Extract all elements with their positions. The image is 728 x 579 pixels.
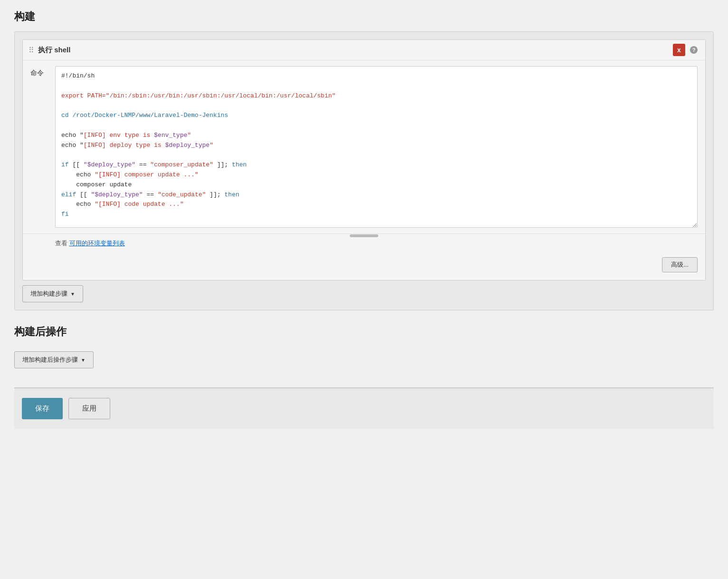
apply-button[interactable]: 应用 xyxy=(68,398,110,419)
save-section: 保存 应用 xyxy=(14,387,714,429)
build-section: ⠿ 执行 shell x ? 命令 #!/bin/sh export PATH=… xyxy=(14,31,714,310)
command-label: 命令 xyxy=(30,66,48,77)
svg-text:?: ? xyxy=(692,47,696,53)
add-build-step-row: 增加构建步骤 ▼ xyxy=(22,280,706,302)
close-button[interactable]: x xyxy=(673,44,685,56)
post-build-section: 构建后操作 增加构建后操作步骤 ▼ xyxy=(14,325,714,368)
code-editor[interactable]: #!/bin/sh export PATH="/bin:/sbin:/usr/b… xyxy=(55,66,698,228)
advanced-button[interactable]: 高级... xyxy=(662,257,698,272)
build-section-title: 构建 xyxy=(14,10,714,24)
add-post-build-step-button[interactable]: 增加构建后操作步骤 ▼ xyxy=(14,351,94,368)
shell-header: ⠿ 执行 shell x ? xyxy=(23,40,705,60)
page-container: 构建 ⠿ 执行 shell x ? xyxy=(0,0,728,579)
env-link[interactable]: 可用的环境变量列表 xyxy=(69,240,125,247)
scrollbar-area xyxy=(23,233,705,237)
save-button[interactable]: 保存 xyxy=(22,398,63,419)
dropdown-arrow-icon: ▼ xyxy=(70,291,75,297)
drag-handle-icon[interactable]: ⠿ xyxy=(29,46,34,55)
question-icon: ? xyxy=(690,46,698,54)
add-post-build-step-label: 增加构建后操作步骤 xyxy=(22,356,78,364)
help-button[interactable]: ? xyxy=(688,44,699,56)
add-build-step-button[interactable]: 增加构建步骤 ▼ xyxy=(22,285,83,302)
shell-header-right: x ? xyxy=(673,44,699,56)
shell-title: 执行 shell xyxy=(38,46,70,55)
shell-header-left: ⠿ 执行 shell xyxy=(29,46,70,55)
scrollbar-thumb xyxy=(350,234,378,237)
env-link-prefix: 查看 xyxy=(55,240,69,247)
shell-body: 命令 #!/bin/sh export PATH="/bin:/sbin:/us… xyxy=(23,60,705,233)
advanced-row: 高级... xyxy=(23,253,705,280)
env-link-row: 查看 可用的环境变量列表 xyxy=(23,237,705,253)
post-build-dropdown-arrow-icon: ▼ xyxy=(81,357,86,363)
post-build-title: 构建后操作 xyxy=(14,325,714,339)
add-build-step-label: 增加构建步骤 xyxy=(30,290,67,298)
shell-block: ⠿ 执行 shell x ? 命令 #!/bin/sh export PATH=… xyxy=(22,39,706,280)
